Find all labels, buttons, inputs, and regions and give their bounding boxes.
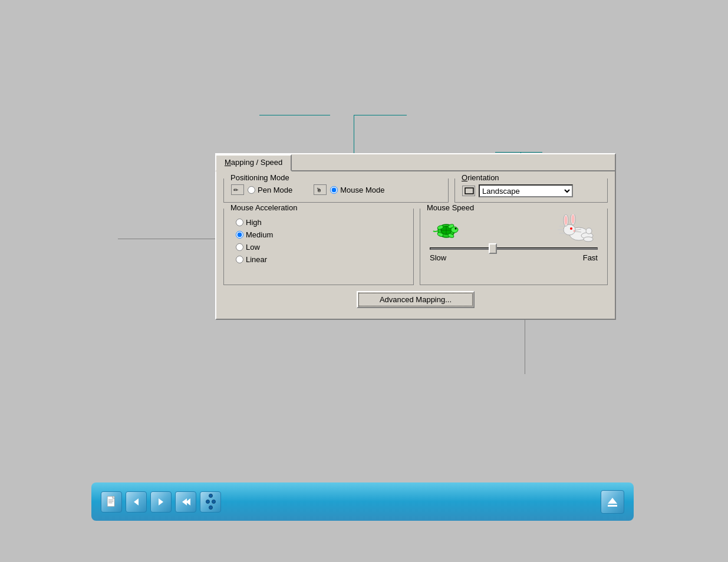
mouse-mode-label[interactable]: Mouse Mode [330, 186, 384, 194]
tab-mapping-speed[interactable]: Mapping / Speed [215, 154, 292, 171]
svg-point-22 [570, 227, 572, 230]
svg-marker-38 [159, 498, 163, 505]
toolbar-document-btn[interactable] [101, 491, 122, 513]
accel-high-label[interactable]: High [236, 218, 404, 227]
dialog-container: Mapping / Speed Positioning Mode [215, 153, 616, 320]
pen-mode-text: Pen Mode [258, 186, 292, 194]
toolbar-eject-btn[interactable] [601, 490, 624, 514]
mouse-accel-label: Mouse Acceleration [229, 203, 299, 212]
mouse-speed-label: Mouse Speed [425, 203, 476, 212]
speed-slider-thumb[interactable] [489, 243, 497, 254]
accel-linear-radio[interactable] [236, 256, 243, 263]
back-icon [180, 496, 192, 508]
svg-point-20 [565, 216, 568, 225]
dot-2 [206, 500, 210, 504]
orientation-row: Landscape Portrait Landscape (flipped) P… [462, 184, 600, 197]
accel-medium-label[interactable]: Medium [236, 230, 404, 239]
speed-icons-row [430, 214, 598, 243]
accel-high-radio[interactable] [236, 219, 243, 226]
advanced-mapping-button[interactable]: Advanced Mapping... [357, 291, 475, 308]
orientation-select[interactable]: Landscape Portrait Landscape (flipped) P… [479, 184, 573, 197]
fast-label: Fast [583, 253, 598, 262]
accel-medium-text: Medium [246, 230, 273, 239]
accel-low-radio[interactable] [236, 243, 243, 251]
dot-4 [209, 505, 213, 510]
dots-row-3 [209, 505, 213, 510]
svg-marker-37 [134, 498, 139, 505]
svg-text:✏: ✏ [233, 187, 239, 193]
accel-linear-label[interactable]: Linear [236, 255, 404, 264]
accel-linear-text: Linear [246, 255, 267, 264]
accel-low-label[interactable]: Low [236, 243, 404, 252]
next-icon [155, 496, 167, 508]
mouse-mode-text: Mouse Mode [340, 186, 384, 194]
positioning-mode-row: ✏ Pen Mode 🖱 [231, 184, 441, 195]
eject-icon [606, 495, 619, 508]
prev-icon [130, 496, 142, 508]
rabbit-icon [556, 214, 598, 243]
pen-mode-radio[interactable] [248, 186, 255, 194]
svg-rect-42 [608, 505, 617, 507]
svg-point-11 [455, 228, 457, 230]
bottom-toolbar [91, 482, 634, 521]
accel-high-text: High [246, 218, 262, 227]
dots-row-2 [206, 500, 216, 504]
orientation-icon [462, 186, 475, 196]
mouse-mode-icon: 🖱 [314, 184, 327, 195]
accel-low-text: Low [246, 243, 260, 252]
speed-labels: Slow Fast [430, 253, 598, 262]
tab-strip: Mapping / Speed [215, 153, 616, 170]
positioning-mode-label: Positioning Mode [229, 173, 291, 182]
toolbar-dots-btn[interactable] [200, 491, 221, 513]
pen-mode-label[interactable]: Pen Mode [248, 186, 292, 194]
turtle-icon [430, 214, 465, 243]
mouse-mode-radio[interactable] [330, 186, 338, 194]
slow-label: Slow [430, 253, 446, 262]
orientation-label: Orientation [460, 173, 501, 182]
svg-point-27 [584, 237, 593, 242]
speed-inner: Slow Fast [430, 214, 598, 262]
dots-row-1 [209, 494, 213, 498]
toolbar-back-btn[interactable] [175, 491, 196, 513]
toolbar-prev-btn[interactable] [126, 491, 147, 513]
panels-row: Mouse Acceleration High Medium Low [223, 209, 608, 285]
dot-3 [212, 500, 216, 504]
svg-text:🖱: 🖱 [316, 187, 322, 193]
speed-slider-container: Slow Fast [430, 247, 598, 262]
svg-point-31 [586, 228, 592, 234]
toolbar-next-btn[interactable] [150, 491, 172, 513]
svg-point-21 [572, 214, 575, 224]
document-icon [106, 496, 117, 508]
accel-medium-radio[interactable] [236, 231, 243, 239]
speed-slider-track [430, 247, 598, 250]
accel-options: High Medium Low Linear [236, 218, 404, 264]
tab-label: Mapping / Speed [225, 158, 282, 167]
dot-1 [209, 494, 213, 498]
mouse-mode-item: 🖱 Mouse Mode [314, 184, 384, 195]
pen-mode-icon: ✏ [231, 184, 244, 195]
pen-mode-item: ✏ Pen Mode [231, 184, 292, 195]
tab-content: Positioning Mode ✏ [216, 170, 615, 319]
svg-marker-41 [608, 498, 617, 504]
